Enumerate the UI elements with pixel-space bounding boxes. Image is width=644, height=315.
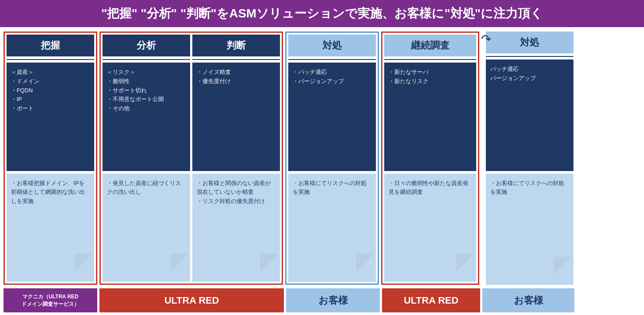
col-header-keizoku: 継続調査	[384, 35, 476, 56]
column-handan: 判断 ・ノイズ精査 ・優先度付け ・お客様と関係のない資産が混在していないか精査…	[192, 35, 280, 282]
divider2	[103, 59, 190, 60]
sub-keizoku: ・日々の脆弱性や新たな資産発見を継続調査 ◤	[384, 174, 476, 282]
watermark-bunseki: ◤	[170, 245, 187, 278]
footer-label-okyakusama1: お客様	[318, 294, 348, 307]
watermark-taisho1: ◤	[356, 245, 372, 278]
watermark-taisho2: ◤	[554, 248, 570, 281]
column-taisho2: 対処 パッチ適応 バージョンアップ ・お客様にてリスクへの対処を実施 ◤	[486, 32, 573, 285]
divider3	[192, 59, 280, 60]
divider	[7, 59, 94, 60]
page-wrapper: "把握" "分析" "判断"をASMソリューションで実施、お客様に"対処"に注力…	[0, 0, 644, 315]
footer-okyakusama-2: お客様	[482, 288, 574, 312]
sub-bunseki: ・発見した資産に紐づくリスクの洗い出し ◤	[103, 174, 190, 282]
col-header-hakuaku: 把握	[7, 35, 94, 56]
content-taisho1: ・パッチ適応 ・バージョンアップ	[288, 63, 376, 171]
column-hakuaku: 把握 ＜資産＞ ・ドメイン ・FQDN ・IP ・ポート ・お客様把握ドメイン、…	[7, 35, 94, 282]
footer-label-ultrared2: ULTRA RED	[404, 295, 459, 306]
footer-label-hakuaku: マクニカ（ULTRA RED ドメイン調査サービス）	[21, 293, 79, 308]
column-keizoku: 継続調査 ・新たなサーバ ・新たなリスク ・日々の脆弱性や新たな資産発見を継続調…	[384, 35, 476, 282]
header-title: "把握" "分析" "判断"をASMソリューションで実施、お客様に"対処"に注力…	[9, 5, 635, 22]
group-keizoku: ↷ 継続調査 ・新たなサーバ ・新たなリスク ・日々の脆弱性や新たな資産発見を継…	[381, 32, 479, 285]
content-text-handan: ・ノイズ精査 ・優先度付け	[197, 69, 231, 84]
content-text-taisho1: ・パッチ適応 ・バージョンアップ	[293, 69, 344, 84]
group-taisho2: 対処 パッチ適応 バージョンアップ ・お客様にてリスクへの対処を実施 ◤	[486, 32, 573, 285]
content-bunseki: ＜リスク＞ ・脆弱性 ・サポート切れ ・不用意なポート公開 ・その他	[103, 63, 190, 171]
col-header-taisho2: 対処	[486, 32, 573, 53]
sub-text-keizoku: ・日々の脆弱性や新たな資産発見を継続調査	[389, 180, 468, 196]
sub-text-bunseki: ・発見した資産に紐づくリスクの洗い出し	[107, 180, 181, 196]
col-header-bunseki: 分析	[103, 35, 190, 56]
footer-hakuaku: マクニカ（ULTRA RED ドメイン調査サービス）	[4, 288, 97, 312]
group-bunseki-handan: 分析 ＜リスク＞ ・脆弱性 ・サポート切れ ・不用意なポート公開 ・その他 ・発…	[99, 32, 283, 285]
content-text-hakuaku: ＜資産＞ ・ドメイン ・FQDN ・IP ・ポート	[11, 69, 39, 112]
content-taisho2: パッチ適応 バージョンアップ	[486, 60, 573, 171]
column-bunseki: 分析 ＜リスク＞ ・脆弱性 ・サポート切れ ・不用意なポート公開 ・その他 ・発…	[103, 35, 190, 282]
col-header-taisho1: 対処	[288, 35, 376, 56]
footer-label-okyakusama2: お客様	[514, 294, 543, 307]
content-text-bunseki: ＜リスク＞ ・脆弱性 ・サポート切れ ・不用意なポート公開 ・その他	[107, 69, 164, 112]
col-header-handan: 判断	[192, 35, 280, 56]
content-handan: ・ノイズ精査 ・優先度付け	[192, 63, 280, 171]
content-text-taisho2: パッチ適応 バージョンアップ	[490, 66, 536, 81]
sub-taisho2: ・お客様にてリスクへの対処を実施 ◤	[486, 174, 573, 285]
group-taisho1: 対処 ・パッチ適応 ・バージョンアップ ・お客様にてリスクへの対処を実施 ◤	[285, 32, 379, 285]
sub-text-handan: ・お客様と関係のない資産が混在していないか精査 ・リスク対処の優先度付け	[197, 180, 271, 205]
column-taisho1: 対処 ・パッチ適応 ・バージョンアップ ・お客様にてリスクへの対処を実施 ◤	[288, 35, 376, 282]
divider4	[288, 59, 376, 60]
watermark-hakuaku: ◤	[74, 245, 91, 278]
header-bar: "把握" "分析" "判断"をASMソリューションで実施、お客様に"対処"に注力…	[0, 0, 644, 27]
divider5	[384, 59, 476, 60]
watermark-keizoku: ◤	[456, 245, 473, 278]
sub-handan: ・お客様と関係のない資産が混在していないか精査 ・リスク対処の優先度付け ◤	[192, 174, 280, 282]
footer-label-ultrared1: ULTRA RED	[164, 295, 219, 306]
content-keizoku: ・新たなサーバ ・新たなリスク	[384, 63, 476, 171]
sub-taisho1: ・お客様にてリスクへの対処を実施 ◤	[288, 174, 376, 282]
watermark-handan: ◤	[260, 245, 276, 278]
sub-text-taisho2: ・お客様にてリスクへの対処を実施	[490, 180, 564, 196]
footer-ultrared-1: ULTRA RED	[99, 288, 284, 312]
footer-ultrared-2: ULTRA RED	[382, 288, 480, 312]
footer-row: マクニカ（ULTRA RED ドメイン調査サービス） ULTRA RED お客様…	[0, 287, 644, 315]
header-text: "把握" "分析" "判断"をASMソリューションで実施、お客様に"対処"に注力…	[101, 7, 543, 20]
sub-hakuaku: ・お客様把握ドメイン、IPを初期値として網羅的な洗い出しを実施 ◤	[7, 174, 94, 282]
content-text-keizoku: ・新たなサーバ ・新たなリスク	[389, 69, 428, 84]
footer-okyakusama-1: お客様	[286, 288, 380, 312]
content-hakuaku: ＜資産＞ ・ドメイン ・FQDN ・IP ・ポート	[7, 63, 94, 171]
group-hakuaku: 把握 ＜資産＞ ・ドメイン ・FQDN ・IP ・ポート ・お客様把握ドメイン、…	[4, 32, 97, 285]
sub-text-hakuaku: ・お客様把握ドメイン、IPを初期値として網羅的な洗い出しを実施	[11, 180, 85, 205]
curved-arrow: ↷	[481, 32, 491, 46]
divider6	[486, 56, 573, 57]
sub-text-taisho1: ・お客様にてリスクへの対処を実施	[293, 180, 367, 196]
